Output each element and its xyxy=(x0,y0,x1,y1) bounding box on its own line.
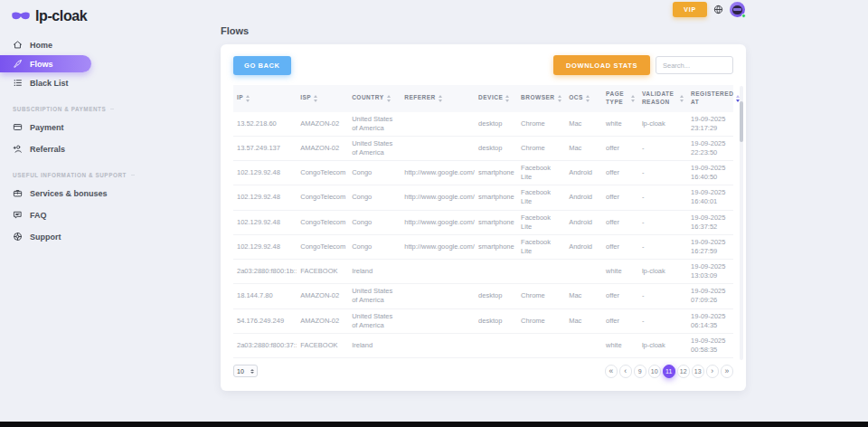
pagination-page-10[interactable]: 10 xyxy=(648,365,662,378)
download-stats-button[interactable]: DOWNLOAD STATS xyxy=(553,55,650,75)
flows-table: IPISPCOUNTRYREFERERDEVICEBROWSEROCSPAGE … xyxy=(233,85,733,358)
table-row[interactable]: 102.129.92.48CongoTelecomCongohttp://www… xyxy=(233,210,733,234)
column-label: DEVICE xyxy=(478,94,503,102)
payment-icon xyxy=(13,122,23,132)
cell-page-type: white xyxy=(602,112,638,137)
cell-isp: CongoTelecom xyxy=(297,185,348,210)
cell-country: Congo xyxy=(348,161,401,185)
sidebar: lp-cloak HomeFlowsBlack List Subscriptio… xyxy=(0,0,116,427)
column-header-country[interactable]: COUNTRY xyxy=(348,85,401,112)
sidebar-item-home[interactable]: Home xyxy=(0,35,116,54)
column-header-referer[interactable]: REFERER xyxy=(401,85,475,112)
cell-device: smartphone xyxy=(475,185,517,210)
sidebar-item-label: Black List xyxy=(30,79,69,88)
table-row[interactable]: 13.57.249.137AMAZON-02United States of A… xyxy=(233,136,733,160)
column-label: VALIDATE REASON xyxy=(642,90,677,107)
go-back-button[interactable]: GO BACK xyxy=(233,56,291,75)
cell-device: desktop xyxy=(475,308,517,333)
sort-icon[interactable] xyxy=(680,95,684,102)
cell-isp: FACEBOOK xyxy=(297,333,348,357)
cell-ocs: Android xyxy=(565,161,602,185)
pagination-page-9[interactable]: 9 xyxy=(634,365,647,378)
cell-isp: FACEBOOK xyxy=(297,260,348,284)
table-row[interactable]: 102.129.92.48CongoTelecomCongohttp://www… xyxy=(233,234,733,259)
table-row[interactable]: 2a03:2880:f800:37::FACEBOOKIrelandwhitel… xyxy=(233,333,733,357)
pagination-page-13[interactable]: 13 xyxy=(692,365,705,378)
sort-icon[interactable] xyxy=(505,95,509,102)
pagination-next[interactable]: › xyxy=(706,365,720,378)
sort-icon[interactable] xyxy=(314,95,317,102)
main-content: Flows GO BACK DOWNLOAD STATS IPISPCOUNTR… xyxy=(221,25,746,391)
pagination-page-12[interactable]: 12 xyxy=(677,365,691,378)
cell-validate-reason: - xyxy=(638,136,687,160)
column-header-page-type[interactable]: PAGE TYPE xyxy=(602,85,638,112)
search-input[interactable] xyxy=(656,56,733,74)
pagination-last[interactable]: » xyxy=(721,365,734,378)
cell-browser: Chrome xyxy=(517,308,565,333)
column-header-validate-reason[interactable]: VALIDATE REASON xyxy=(638,85,687,112)
cell-ocs xyxy=(565,333,602,357)
sidebar-item-payment[interactable]: Payment xyxy=(0,118,116,137)
sidebar-nav: HomeFlowsBlack List xyxy=(0,35,116,92)
table-row[interactable]: 54.176.249.249AMAZON-02United States of … xyxy=(233,308,733,333)
cell-country: Congo xyxy=(348,210,401,234)
cell-device: desktop xyxy=(475,284,517,308)
stepper-icon xyxy=(250,369,254,374)
sidebar-item-flows[interactable]: Flows xyxy=(0,55,91,72)
column-header-ocs[interactable]: OCS xyxy=(565,85,602,112)
sidebar-item-support[interactable]: Support xyxy=(0,227,116,246)
language-globe-icon[interactable] xyxy=(713,5,723,14)
column-header-registered-at[interactable]: REGISTERED AT xyxy=(687,85,733,112)
table-header-row: IPISPCOUNTRYREFERERDEVICEBROWSEROCSPAGE … xyxy=(233,85,733,112)
page-size-select[interactable]: 10 xyxy=(233,365,258,377)
table-scrollbar[interactable] xyxy=(740,86,743,360)
cell-browser: Facebook Lite xyxy=(517,185,565,210)
column-header-device[interactable]: DEVICE xyxy=(475,85,517,112)
sidebar-item-referrals[interactable]: Referrals xyxy=(0,139,116,158)
cell-country: United States of America xyxy=(348,136,401,160)
sort-icon[interactable] xyxy=(558,95,561,102)
user-avatar[interactable] xyxy=(730,2,745,17)
pagination-page-11[interactable]: 11 xyxy=(663,365,676,378)
column-header-browser[interactable]: BROWSER xyxy=(517,85,565,112)
sidebar-section-useful-information-support: Useful information & supportServices & b… xyxy=(0,169,116,246)
sidebar-item-black-list[interactable]: Black List xyxy=(0,73,116,92)
column-header-ip[interactable]: IP xyxy=(233,85,297,112)
sort-icon[interactable] xyxy=(439,95,442,102)
vip-button[interactable]: VIP xyxy=(673,2,707,17)
column-label: IP xyxy=(237,94,243,102)
sidebar-item-faq[interactable]: FAQ xyxy=(0,205,116,224)
pagination-prev[interactable]: ‹ xyxy=(619,365,633,378)
cell-validate-reason: lp-cloak xyxy=(638,112,687,137)
cell-ip: 18.144.7.80 xyxy=(233,284,297,308)
cell-ocs: Mac xyxy=(565,284,602,308)
table-row[interactable]: 18.144.7.80AMAZON-02United States of Ame… xyxy=(233,284,733,308)
cell-registered-at: 19-09-2025 16:40:50 xyxy=(687,161,733,185)
sort-icon[interactable] xyxy=(387,95,391,102)
table-row[interactable]: 102.129.92.48CongoTelecomCongohttp://www… xyxy=(233,185,733,210)
cell-device: smartphone xyxy=(475,210,517,234)
top-header-actions: VIP xyxy=(673,2,745,17)
table-row[interactable]: 102.129.92.48CongoTelecomCongohttp://www… xyxy=(233,161,733,185)
scrollbar-thumb[interactable] xyxy=(740,101,743,142)
cell-device xyxy=(475,333,517,357)
cell-browser: Facebook Lite xyxy=(517,234,565,259)
cell-validate-reason: - xyxy=(638,284,687,308)
table-row[interactable]: 2a03:2880:f800:1b::FACEBOOKIrelandwhitel… xyxy=(233,260,733,284)
sidebar-item-services-bonuses[interactable]: Services & bonuses xyxy=(0,184,116,203)
sort-icon[interactable] xyxy=(246,95,250,102)
table-row[interactable]: 13.52.218.60AMAZON-02United States of Am… xyxy=(233,112,733,137)
cell-ip: 2a03:2880:f800:1b:: xyxy=(233,260,297,284)
sidebar-item-label: Referrals xyxy=(30,145,65,154)
cell-browser xyxy=(517,260,565,284)
app-logo[interactable]: lp-cloak xyxy=(0,6,116,26)
cell-isp: AMAZON-02 xyxy=(297,308,348,333)
sort-icon[interactable] xyxy=(631,95,635,102)
cell-browser: Chrome xyxy=(517,136,565,160)
pagination-first[interactable]: « xyxy=(605,365,618,378)
faq-icon xyxy=(13,210,23,220)
sort-icon[interactable] xyxy=(586,95,590,102)
column-header-isp[interactable]: ISP xyxy=(297,85,348,112)
cell-validate-reason: - xyxy=(638,308,687,333)
cell-referer: http://www.google.com/ xyxy=(401,234,475,259)
